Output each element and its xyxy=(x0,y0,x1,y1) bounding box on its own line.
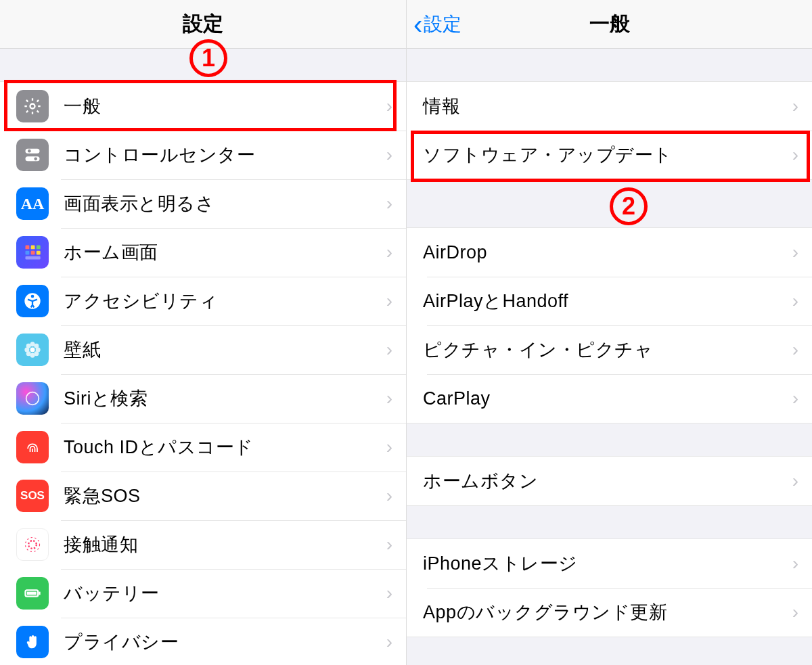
row-general[interactable]: 一般 › xyxy=(0,82,406,131)
row-label: 接触通知 xyxy=(64,532,386,557)
page-title: 一般 xyxy=(589,10,630,38)
svg-point-14 xyxy=(30,348,35,352)
text-size-icon: AA xyxy=(16,187,49,220)
chevron-right-icon: › xyxy=(386,144,392,166)
row-label: ホーム画面 xyxy=(64,240,386,265)
gear-icon xyxy=(16,90,49,122)
row-battery[interactable]: バッテリー › xyxy=(0,569,406,618)
chevron-right-icon: › xyxy=(386,631,392,653)
svg-point-21 xyxy=(26,351,31,356)
svg-rect-27 xyxy=(27,592,37,595)
row-label: 緊急SOS xyxy=(64,484,386,508)
row-background-refresh[interactable]: Appのバックグラウンド更新 › xyxy=(407,588,812,637)
row-siri[interactable]: Siriと検索 › xyxy=(0,374,406,423)
row-touchid[interactable]: Touch IDとパスコード › xyxy=(0,423,406,472)
chevron-right-icon: › xyxy=(792,470,798,492)
svg-point-20 xyxy=(34,344,39,348)
svg-point-19 xyxy=(26,344,31,348)
svg-rect-3 xyxy=(26,156,40,161)
row-label: Touch IDとパスコード xyxy=(64,435,386,459)
chevron-right-icon: › xyxy=(386,95,392,117)
chevron-right-icon: › xyxy=(386,388,392,409)
fingerprint-icon xyxy=(16,431,49,463)
navbar-settings: 設定 xyxy=(0,0,406,49)
accessibility-icon xyxy=(16,285,49,317)
row-label: 画面表示と明るさ xyxy=(64,191,386,216)
row-accessibility[interactable]: アクセシビリティ › xyxy=(0,277,406,325)
section-gap xyxy=(407,180,812,227)
svg-point-4 xyxy=(34,158,37,161)
row-privacy[interactable]: プライバシー › xyxy=(0,618,406,665)
chevron-right-icon: › xyxy=(386,485,392,507)
row-label: コントロールセンター xyxy=(64,143,386,167)
settings-pane: 設定 1 一般 › コントロールセンター › AA 画面表示と明るさ › xyxy=(0,0,406,665)
chevron-left-icon: ‹ xyxy=(413,11,422,38)
general-section-1: 情報 › ソフトウェア・アップデート › xyxy=(407,81,812,180)
navbar-general: ‹ 設定 一般 xyxy=(407,0,812,49)
row-control-center[interactable]: コントロールセンター › xyxy=(0,131,406,179)
settings-list: 一般 › コントロールセンター › AA 画面表示と明るさ › ホーム画面 xyxy=(0,81,406,665)
chevron-right-icon: › xyxy=(386,436,392,458)
svg-point-2 xyxy=(28,150,31,153)
svg-point-13 xyxy=(31,295,35,298)
row-airdrop[interactable]: AirDrop › xyxy=(407,228,812,277)
row-pip[interactable]: ピクチャ・イン・ピクチャ › xyxy=(407,325,812,374)
row-wallpaper[interactable]: 壁紙 › xyxy=(0,325,406,374)
page-title: 設定 xyxy=(183,10,223,38)
row-label: 壁紙 xyxy=(64,338,386,362)
general-pane: ‹ 設定 一般 情報 › ソフトウェア・アップデート › 2 AirDrop ›… xyxy=(406,0,812,665)
svg-point-24 xyxy=(28,541,37,549)
flower-icon xyxy=(16,334,49,366)
row-iphone-storage[interactable]: iPhoneストレージ › xyxy=(407,539,812,588)
row-home-button[interactable]: ホームボタン › xyxy=(407,457,812,505)
row-label: CarPlay xyxy=(423,388,792,409)
row-about[interactable]: 情報 › xyxy=(407,82,812,131)
row-label: ホームボタン xyxy=(423,469,792,493)
chevron-right-icon: › xyxy=(792,339,798,361)
section-gap xyxy=(407,506,812,538)
battery-icon xyxy=(16,577,49,610)
svg-rect-7 xyxy=(37,246,41,250)
row-label: 一般 xyxy=(64,94,386,118)
row-home-screen[interactable]: ホーム画面 › xyxy=(0,228,406,277)
section-gap xyxy=(0,49,406,81)
siri-icon xyxy=(16,382,49,415)
svg-rect-9 xyxy=(31,251,35,255)
row-airplay-handoff[interactable]: AirPlayとHandoff › xyxy=(407,277,812,325)
chevron-right-icon: › xyxy=(792,290,798,312)
svg-point-22 xyxy=(34,351,39,356)
chevron-right-icon: › xyxy=(792,144,798,166)
chevron-right-icon: › xyxy=(386,582,392,604)
svg-rect-10 xyxy=(37,251,41,255)
row-carplay[interactable]: CarPlay › xyxy=(407,374,812,423)
general-section-2: AirDrop › AirPlayとHandoff › ピクチャ・イン・ピクチャ… xyxy=(407,227,812,423)
section-gap xyxy=(407,423,812,456)
row-label: ピクチャ・イン・ピクチャ xyxy=(423,338,792,362)
svg-rect-11 xyxy=(26,256,41,260)
row-software-update[interactable]: ソフトウェア・アップデート › xyxy=(407,131,812,179)
chevron-right-icon: › xyxy=(386,193,392,214)
svg-rect-28 xyxy=(39,592,40,595)
chevron-right-icon: › xyxy=(792,242,798,263)
row-exposure[interactable]: 接触通知 › xyxy=(0,520,406,569)
row-label: ソフトウェア・アップデート xyxy=(423,143,792,167)
row-display[interactable]: AA 画面表示と明るさ › xyxy=(0,179,406,228)
sos-icon: SOS xyxy=(16,480,49,512)
row-label: Siriと検索 xyxy=(64,386,386,411)
chevron-right-icon: › xyxy=(792,553,798,574)
row-label: 情報 xyxy=(423,94,792,118)
row-sos[interactable]: SOS 緊急SOS › xyxy=(0,472,406,520)
row-label: iPhoneストレージ xyxy=(423,551,792,576)
back-button[interactable]: ‹ 設定 xyxy=(413,0,461,49)
svg-rect-5 xyxy=(26,246,30,250)
svg-rect-1 xyxy=(26,149,40,154)
row-label: Appのバックグラウンド更新 xyxy=(423,600,792,624)
back-label: 設定 xyxy=(424,12,461,37)
switch-icon xyxy=(16,139,49,171)
row-label: プライバシー xyxy=(64,630,386,654)
chevron-right-icon: › xyxy=(386,242,392,263)
general-section-4: iPhoneストレージ › Appのバックグラウンド更新 › xyxy=(407,538,812,637)
svg-point-0 xyxy=(30,104,35,109)
svg-rect-6 xyxy=(31,246,35,250)
svg-rect-8 xyxy=(26,251,30,255)
